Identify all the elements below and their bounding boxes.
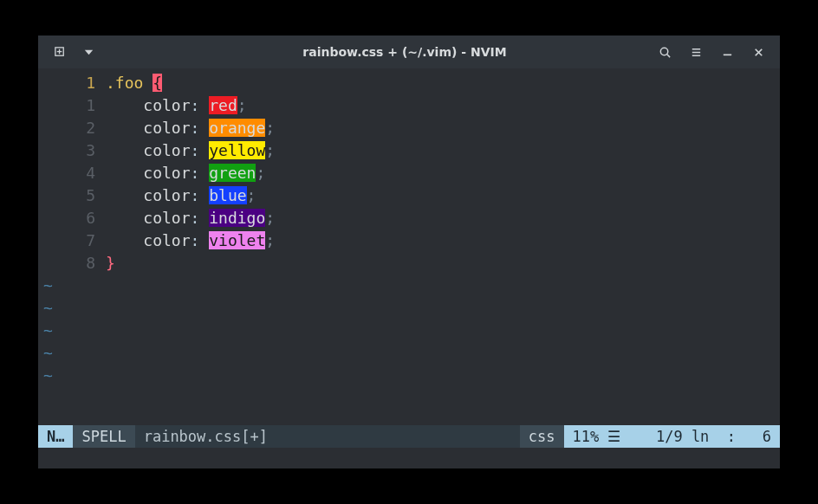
svg-line-4 [666,54,669,56]
window-title: rainbow.css + (~/.vim) - NVIM [175,45,634,59]
code-line: color: blue; [106,184,780,207]
menu-button[interactable] [681,39,711,65]
css-semicolon: ; [256,164,265,182]
css-colon: : [191,96,200,114]
line-number: 2 [38,117,95,139]
css-semicolon: ; [237,96,247,114]
titlebar-right [634,39,773,65]
tilde-row: ~ [43,297,53,320]
line-number: 5 [38,184,95,207]
code-line: } [106,252,780,275]
css-semicolon: ; [265,141,275,159]
css-property: color [143,96,190,114]
css-colon: : [191,209,200,227]
css-color-value: red [209,96,237,114]
editor-area[interactable]: 112345678 .foo { color: red; color: oran… [38,68,780,425]
css-property: color [143,164,190,182]
tilde-row: ~ [43,342,53,365]
css-color-value: blue [209,186,246,204]
line-number: 6 [38,207,95,229]
css-semicolon: ; [265,231,275,249]
svg-point-3 [660,48,667,55]
code-line: .foo { [106,72,780,94]
css-color-value: indigo [209,209,265,227]
code-line: color: violet; [106,229,780,252]
code-line: color: red; [106,94,780,117]
line-number: 4 [38,162,95,184]
line-number: 8 [38,252,95,275]
css-property: color [143,231,190,249]
command-line-area[interactable] [38,448,780,468]
tilde-row: ~ [43,275,53,297]
css-colon: : [191,231,200,249]
css-colon: : [191,186,200,204]
empty-line-markers: ~~~~~ [43,275,53,387]
editor-window: rainbow.css + (~/.vim) - NVIM [38,36,780,468]
css-property: color [143,186,190,204]
css-colon: : [191,164,200,182]
code-line: color: orange; [106,117,780,139]
status-bar: N… SPELL rainbow.css[+] css 11% ☰ 1/9 ln… [38,425,780,448]
line-number: 7 [38,229,95,252]
tab-dropdown-button[interactable] [80,39,97,65]
css-semicolon: ; [247,186,256,204]
css-color-value: yellow [209,141,265,159]
code-line: color: indigo; [106,207,780,229]
line-number: 1 [38,72,95,94]
status-mode: N… [38,425,73,448]
search-button[interactable] [650,39,679,65]
code-line: color: green; [106,162,780,184]
css-colon: : [191,141,200,159]
css-color-value: green [209,164,256,182]
line-number: 1 [38,94,95,117]
css-color-value: orange [209,119,265,137]
open-brace-cursor: { [153,74,162,92]
tilde-row: ~ [43,320,53,342]
status-filename: rainbow.css[+] [135,425,276,448]
css-semicolon: ; [265,209,275,227]
titlebar-left [45,39,175,65]
minimize-button[interactable] [712,39,742,65]
status-filetype: css [520,425,564,448]
css-colon: : [191,119,200,137]
line-number: 3 [38,139,95,162]
status-spacer [276,425,520,448]
code-content[interactable]: .foo { color: red; color: orange; color:… [106,72,780,425]
titlebar: rainbow.css + (~/.vim) - NVIM [38,36,780,68]
close-brace: } [106,254,115,272]
css-semicolon: ; [265,119,275,137]
css-selector: .foo [106,74,143,92]
tilde-row: ~ [43,365,53,387]
new-tab-button[interactable] [45,39,75,65]
status-percent: 11% ☰ [564,425,630,448]
css-property: color [143,119,190,137]
status-position: 1/9 ln : 6 [629,425,780,448]
code-line: color: yellow; [106,139,780,162]
css-property: color [143,141,190,159]
css-property: color [143,209,190,227]
status-spell: SPELL [73,425,134,448]
css-color-value: violet [209,231,265,249]
close-button[interactable] [743,39,773,65]
